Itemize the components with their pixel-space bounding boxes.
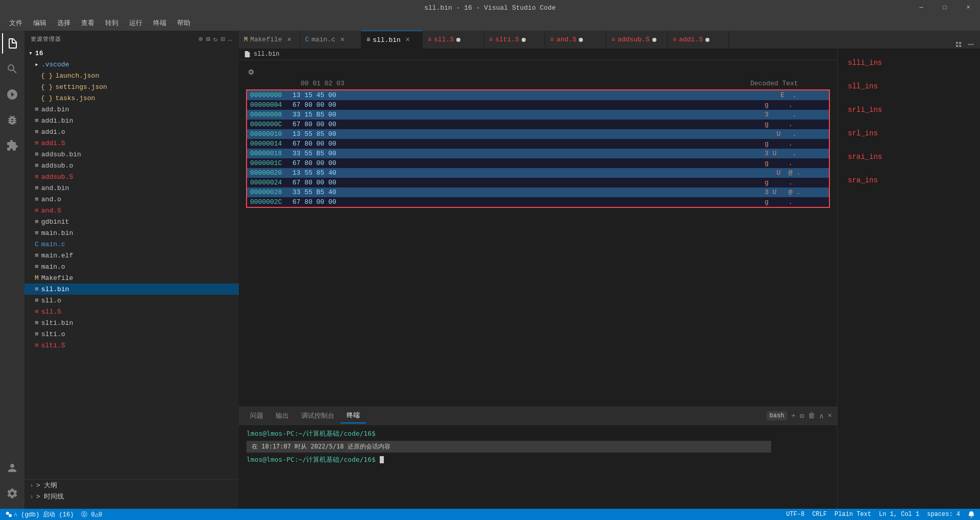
- tree-file-main-c[interactable]: C main.c: [24, 239, 239, 250]
- tree-root[interactable]: ▾ 16: [24, 48, 239, 59]
- outline-panel[interactable]: › > 大纲: [24, 480, 239, 491]
- tree-file-and-bin[interactable]: ≡ and.bin: [24, 182, 239, 194]
- tree-file-sll-o[interactable]: ≡ sll.o: [24, 295, 239, 306]
- tree-file-slti-S[interactable]: ≡ slti.S: [24, 340, 239, 351]
- hex-row[interactable]: 00000004 67 80 00 00 g .: [247, 100, 829, 110]
- status-debug-item[interactable]: ⑃ (gdb) 启动 (16): [5, 510, 74, 519]
- menu-run[interactable]: 运行: [125, 17, 146, 29]
- tab-and-S[interactable]: ≡ and.S: [545, 31, 606, 49]
- symbol-sll-ins[interactable]: sll_ins: [848, 82, 970, 90]
- tree-folder-vscode[interactable]: ▸ .vscode: [24, 59, 239, 70]
- terminal-tab-debug[interactable]: 调试控制台: [295, 409, 340, 423]
- activity-files-icon[interactable]: [2, 33, 22, 54]
- hex-row[interactable]: 00000028 33 55 B5 40 3 U @ .: [247, 187, 829, 197]
- activity-account-icon[interactable]: [2, 458, 22, 478]
- status-encoding[interactable]: UTF-8: [786, 511, 804, 518]
- tree-file-addi-S[interactable]: ≡ addi.S: [24, 137, 239, 149]
- tree-file-addsub-o[interactable]: ≡ addsub.o: [24, 160, 239, 171]
- activity-git-icon[interactable]: [2, 84, 22, 105]
- symbol-slli-ins[interactable]: slli_ins: [848, 59, 970, 67]
- terminal-content[interactable]: lmos@lmos-PC:~/计算机基础/code/16$ 在 18:17:07…: [239, 425, 837, 509]
- more-tabs-button[interactable]: [949, 40, 980, 49]
- symbol-sra-ins[interactable]: sra_ins: [848, 176, 970, 184]
- tab-close-makefile[interactable]: ×: [285, 35, 294, 44]
- menu-help[interactable]: 帮助: [173, 17, 194, 29]
- minimize-button[interactable]: ─: [910, 0, 933, 15]
- tree-file-launch-json[interactable]: { } launch.json: [24, 70, 239, 81]
- activity-settings-icon[interactable]: [2, 483, 22, 504]
- tree-file-addi-bin[interactable]: ≡ addi.bin: [24, 115, 239, 126]
- tab-addi-S[interactable]: ≡ addi.S: [668, 31, 729, 49]
- terminal-tab-terminal[interactable]: 终端: [340, 408, 366, 423]
- tab-sll-S[interactable]: ≡ sll.S: [423, 31, 484, 49]
- tree-file-and-o[interactable]: ≡ and.o: [24, 194, 239, 205]
- tab-close-main-c[interactable]: ×: [338, 35, 347, 44]
- collapse-icon[interactable]: ⊟: [220, 35, 225, 43]
- terminal-tab-problems[interactable]: 问题: [244, 409, 270, 423]
- tree-file-add-bin[interactable]: ≡ add.bin: [24, 104, 239, 115]
- more-icon[interactable]: …: [228, 35, 233, 43]
- tree-file-sll-S[interactable]: ≡ sll.S: [24, 306, 239, 317]
- menu-goto[interactable]: 转到: [101, 17, 122, 29]
- tab-makefile[interactable]: M Makefile ×: [239, 31, 300, 49]
- status-language[interactable]: Plain Text: [835, 511, 871, 518]
- hex-row[interactable]: 00000000 13 15 45 00 E .: [247, 90, 829, 100]
- menu-select[interactable]: 选择: [53, 17, 75, 29]
- editor-content[interactable]: 00 01 02 03 Decoded Text 00000000 13 15 …: [239, 60, 837, 407]
- timeline-panel[interactable]: › > 时间线: [24, 491, 239, 502]
- menu-terminal[interactable]: 终端: [149, 17, 170, 29]
- tab-sll-bin[interactable]: ≡ sll.bin ×: [361, 31, 423, 49]
- tree-file-makefile[interactable]: M Makefile: [24, 272, 239, 283]
- tree-file-main-elf[interactable]: ≡ main.elf: [24, 250, 239, 261]
- tree-file-tasks-json[interactable]: { } tasks.json: [24, 92, 239, 104]
- symbol-srli-ins[interactable]: srli_ins: [848, 106, 970, 114]
- activity-search-icon[interactable]: [2, 59, 22, 79]
- tab-close-sll-bin[interactable]: ×: [403, 35, 412, 44]
- tree-file-settings-json[interactable]: { } settings.json: [24, 81, 239, 92]
- tab-addsub-S[interactable]: ≡ addsub.S: [606, 31, 668, 49]
- hex-row[interactable]: 00000020 13 55 85 40 U @ .: [247, 168, 829, 178]
- kill-terminal-icon[interactable]: 🗑: [808, 412, 815, 420]
- tree-file-addi-o[interactable]: ≡ addi.o: [24, 126, 239, 137]
- maximize-terminal-icon[interactable]: ∧: [819, 412, 823, 420]
- menu-file[interactable]: 文件: [5, 17, 27, 29]
- new-terminal-icon[interactable]: +: [791, 412, 795, 420]
- tree-file-addsub-S[interactable]: ≡ addsub.S: [24, 171, 239, 182]
- hex-row[interactable]: 00000010 13 55 85 00 U .: [247, 129, 829, 139]
- tree-file-main-o[interactable]: ≡ main.o: [24, 261, 239, 272]
- hex-row[interactable]: 00000018 33 55 B5 00 3 U .: [247, 149, 829, 158]
- menu-edit[interactable]: 编辑: [29, 17, 51, 29]
- tree-file-slti-bin[interactable]: ≡ slti.bin: [24, 317, 239, 328]
- symbol-srai-ins[interactable]: srai_ins: [848, 153, 970, 161]
- status-error-item[interactable]: ⓪ 0△0: [81, 510, 102, 519]
- hex-row[interactable]: 00000024 67 80 00 00 g .: [247, 178, 829, 187]
- status-spaces[interactable]: spaces: 4: [927, 511, 960, 518]
- tree-file-slti-o[interactable]: ≡ slti.o: [24, 328, 239, 340]
- tree-file-sll-bin[interactable]: ≡ sll.bin: [24, 283, 239, 295]
- refresh-icon[interactable]: ↻: [213, 35, 218, 43]
- close-terminal-icon[interactable]: ×: [828, 412, 832, 420]
- hex-row[interactable]: 00000014 67 80 00 00 g .: [247, 139, 829, 149]
- settings-small-icon[interactable]: [247, 68, 255, 76]
- status-eol[interactable]: CRLF: [812, 511, 827, 518]
- maximize-button[interactable]: □: [933, 0, 957, 15]
- activity-extensions-icon[interactable]: [2, 135, 22, 156]
- tab-main-c[interactable]: C main.c ×: [300, 31, 361, 49]
- symbol-srl-ins[interactable]: srl_ins: [848, 129, 970, 137]
- split-terminal-icon[interactable]: ⊟: [800, 412, 804, 420]
- tree-file-main-bin[interactable]: ≡ main.bin: [24, 227, 239, 239]
- hex-row[interactable]: 0000002C 67 80 00 00 g .: [247, 197, 829, 207]
- tab-slti-S[interactable]: ≡ slti.S: [484, 31, 545, 49]
- terminal-tab-output[interactable]: 输出: [270, 409, 295, 423]
- tree-file-and-S[interactable]: ≡ and.S: [24, 205, 239, 216]
- new-folder-icon[interactable]: ⊞: [206, 35, 210, 43]
- tree-file-addsub-bin[interactable]: ≡ addsub.bin: [24, 149, 239, 160]
- status-cursor-position[interactable]: Ln 1, Col 1: [879, 511, 919, 518]
- close-button[interactable]: ×: [957, 0, 980, 15]
- new-file-icon[interactable]: ⊕: [199, 35, 203, 43]
- status-notifications-icon[interactable]: [968, 511, 975, 518]
- activity-debug-icon[interactable]: [2, 110, 22, 130]
- tree-file-gdbinit[interactable]: ≡ gdbinit: [24, 216, 239, 227]
- hex-row[interactable]: 00000008 33 15 B5 00 3 .: [247, 110, 829, 120]
- menu-view[interactable]: 查看: [77, 17, 99, 29]
